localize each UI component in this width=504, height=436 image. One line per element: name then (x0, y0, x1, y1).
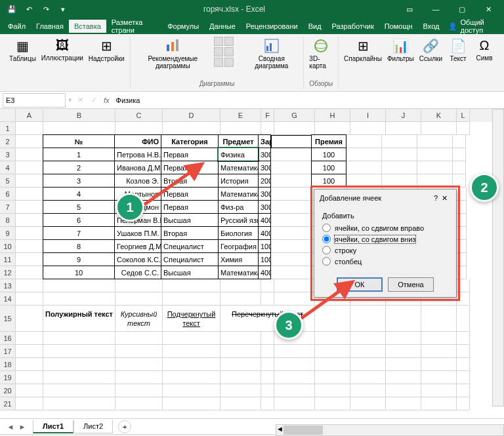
close-icon[interactable]: ✕ (476, 0, 500, 18)
cell[interactable] (163, 358, 220, 371)
надстройки-button[interactable]: ⊞Надстройки (87, 37, 126, 64)
cell[interactable]: Вторая (161, 226, 219, 240)
cell[interactable]: Георгиев Д.М. (114, 239, 161, 253)
formula-input[interactable]: Физика (114, 96, 504, 104)
row-header[interactable]: 16 (0, 332, 16, 345)
cell[interactable]: 200 (258, 174, 271, 188)
cell[interactable]: Высшая (161, 266, 219, 279)
chart-types-gallery[interactable] (214, 37, 241, 67)
cell[interactable]: 100 (258, 239, 271, 253)
cell[interactable]: Физика (218, 148, 259, 161)
cell[interactable]: 400 (258, 266, 271, 279)
fx-icon[interactable]: fx (100, 96, 114, 104)
cell[interactable]: 5 (43, 200, 115, 214)
cell[interactable]: Биология (218, 226, 259, 240)
ribbon-tab-вид[interactable]: Вид (303, 20, 327, 33)
sheet-tab[interactable]: Лист1 (33, 420, 74, 433)
cell[interactable]: Подчеркнутый текст (163, 306, 220, 332)
cell[interactable] (116, 292, 163, 306)
cell[interactable] (315, 371, 350, 384)
cell[interactable] (315, 397, 350, 410)
cell[interactable]: 100 (258, 252, 271, 266)
cell[interactable]: 400 (258, 213, 271, 227)
cell[interactable] (220, 332, 261, 345)
minimize-icon[interactable]: — (424, 0, 448, 18)
cell[interactable] (274, 397, 315, 410)
cell[interactable] (274, 384, 315, 397)
cell[interactable]: Зарплата (258, 134, 271, 148)
col-header[interactable]: D (163, 109, 220, 122)
cell[interactable]: Высшая (161, 213, 219, 227)
cell[interactable] (261, 371, 274, 384)
radio-input[interactable] (322, 257, 331, 266)
cell[interactable]: Математика (218, 266, 259, 279)
cell[interactable] (261, 384, 274, 397)
row-header[interactable]: 14 (0, 292, 16, 306)
cell[interactable]: Соколов К.С. (114, 252, 161, 266)
col-header[interactable]: C (116, 109, 163, 122)
cell[interactable] (220, 371, 261, 384)
ribbon-tab-главная[interactable]: Главная (31, 20, 69, 33)
cell[interactable]: Полужирный текст (43, 306, 116, 332)
cell[interactable] (261, 358, 274, 371)
cell[interactable] (43, 384, 116, 397)
cell[interactable] (261, 345, 274, 358)
row-header[interactable]: 21 (0, 397, 16, 410)
cell[interactable]: 3 (43, 174, 115, 188)
ribbon-tab-файл[interactable]: Файл (3, 20, 31, 33)
симв-button[interactable]: ΩСимв (472, 37, 496, 63)
cell[interactable] (274, 358, 315, 371)
cell[interactable]: Математика (218, 161, 259, 174)
cell[interactable] (271, 188, 312, 201)
cell[interactable] (315, 122, 350, 135)
cell[interactable]: 300 (258, 187, 271, 201)
col-header[interactable]: E (220, 109, 261, 122)
cell[interactable] (274, 371, 315, 384)
cell[interactable]: Русский язык (218, 213, 259, 227)
cell[interactable] (163, 122, 220, 135)
cell[interactable] (163, 292, 220, 306)
cell[interactable]: История (218, 174, 259, 188)
radio-input[interactable] (322, 224, 331, 232)
row-header[interactable]: 12 (0, 266, 16, 279)
cell[interactable] (116, 279, 163, 292)
cell[interactable] (43, 122, 116, 135)
horizontal-scrollbar[interactable]: ◄ (276, 424, 504, 436)
cell[interactable]: 6 (43, 213, 115, 227)
row-header[interactable]: 20 (0, 384, 16, 397)
recommended-charts-button[interactable]: Рекомендуемые диаграммы (135, 37, 211, 71)
row-header[interactable]: 15 (0, 306, 16, 332)
row-header[interactable]: 4 (0, 161, 16, 174)
sheet-tab[interactable]: Лист2 (74, 420, 113, 433)
cell[interactable]: Курсивный текст (116, 306, 163, 332)
col-header[interactable]: H (315, 109, 350, 122)
ссылки-button[interactable]: 🔗Ссылки (418, 37, 444, 64)
radio-input[interactable] (322, 235, 331, 243)
cell[interactable] (220, 397, 261, 410)
col-header[interactable]: F (261, 109, 274, 122)
row-header[interactable]: 11 (0, 253, 16, 266)
cell[interactable] (43, 371, 116, 384)
иллюстрации-button[interactable]: 🖼Иллюстрации (40, 37, 85, 63)
cancel-button[interactable]: Отмена (388, 277, 434, 292)
cell[interactable] (271, 227, 312, 240)
спарклайны-button[interactable]: ⊞Спарклайны (343, 37, 383, 64)
cell[interactable] (163, 384, 220, 397)
row-header[interactable]: 7 (0, 201, 16, 214)
cell[interactable]: Химия (218, 252, 259, 266)
cell[interactable] (43, 292, 116, 306)
текст-button[interactable]: 📄Текст (446, 37, 470, 64)
cell[interactable] (163, 371, 220, 384)
cell[interactable] (271, 148, 312, 161)
cell[interactable]: Премия (311, 134, 346, 148)
row-header[interactable]: 2 (0, 135, 16, 148)
cell[interactable]: 7 (43, 226, 115, 240)
col-header[interactable]: J (386, 109, 421, 122)
dialog-option[interactable]: ячейки, со сдвигом вправо (322, 222, 448, 233)
cell[interactable]: 1 (43, 148, 115, 161)
cell[interactable] (315, 358, 350, 371)
cell[interactable] (271, 214, 312, 227)
row-header[interactable]: 8 (0, 214, 16, 227)
cell[interactable] (116, 345, 163, 358)
cell[interactable]: География (218, 239, 259, 253)
